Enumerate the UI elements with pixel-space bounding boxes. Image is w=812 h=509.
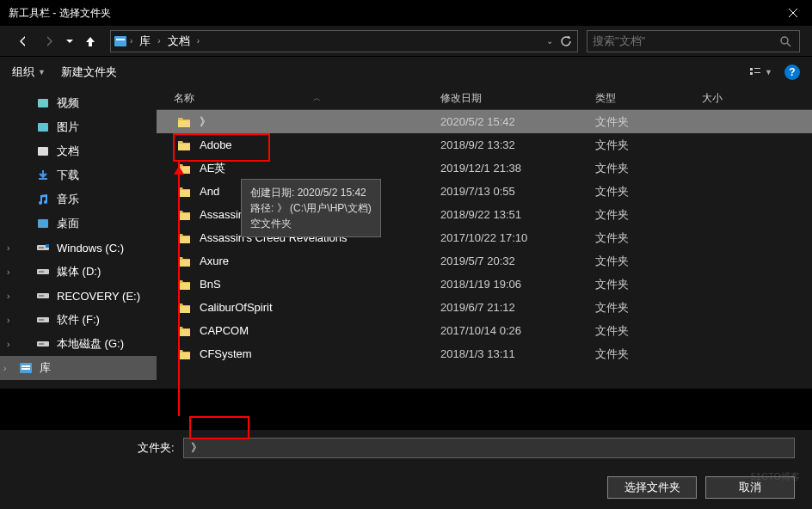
file-row[interactable]: BnS2018/1/19 19:06文件夹 (157, 273, 812, 296)
file-name: CAPCOM (200, 324, 249, 337)
search-input[interactable] (593, 34, 777, 47)
svg-rect-17 (39, 295, 44, 297)
file-date: 2018/1/19 19:06 (440, 278, 595, 291)
sidebar-item-label: 桌面 (57, 216, 79, 231)
sidebar-item[interactable]: 桌面 (0, 212, 157, 236)
sidebar-item[interactable]: ›本地磁盘 (G:) (0, 332, 157, 356)
file-type: 文件夹 (595, 323, 702, 339)
sidebar-item[interactable]: 视频 (0, 91, 157, 115)
svg-rect-13 (46, 244, 49, 248)
file-date: 2019/6/7 21:12 (440, 301, 595, 314)
svg-rect-7 (38, 99, 48, 107)
sidebar-item-label: 本地磁盘 (G:) (57, 336, 124, 352)
search-icon[interactable] (777, 35, 794, 47)
svg-rect-5 (750, 72, 753, 75)
file-type: 文件夹 (595, 254, 702, 269)
sidebar-item[interactable]: ›Windows (C:) (0, 236, 157, 260)
folder-icon (177, 279, 191, 291)
file-date: 2017/10/22 17:10 (440, 231, 595, 244)
file-name: Axure (200, 254, 229, 267)
view-options[interactable]: ▼ (748, 65, 772, 79)
file-list: 》2020/5/2 15:42文件夹Adobe2018/9/2 13:32文件夹… (157, 110, 812, 365)
column-header-name[interactable]: 名称︿ (157, 91, 440, 106)
sidebar: 视频图片文档下载音乐桌面›Windows (C:)›媒体 (D:)›RECOVE… (0, 88, 157, 389)
svg-rect-4 (754, 68, 760, 69)
file-row[interactable]: Adobe2018/9/2 13:32文件夹 (157, 133, 812, 156)
chevron-right-icon: › (197, 36, 200, 46)
file-type: 文件夹 (595, 300, 702, 316)
folder-icon (177, 163, 191, 175)
file-type: 文件夹 (595, 184, 702, 199)
folder-icon (177, 139, 191, 151)
sidebar-item-label: 图片 (57, 120, 79, 135)
file-type: 文件夹 (595, 346, 702, 362)
svg-rect-1 (116, 39, 125, 40)
sidebar-item[interactable]: ›媒体 (D:) (0, 260, 157, 284)
folder-icon (177, 232, 191, 244)
file-row[interactable]: 》2020/5/2 15:42文件夹 (157, 110, 812, 133)
folder-icon (177, 348, 191, 360)
file-name: And (200, 185, 219, 198)
file-type: 文件夹 (595, 114, 702, 130)
nav-forward[interactable] (38, 30, 60, 52)
close-button[interactable] (783, 3, 803, 23)
file-type: 文件夹 (595, 207, 702, 223)
sidebar-item[interactable]: 文档 (0, 139, 157, 163)
sidebar-item-label: 软件 (F:) (57, 312, 100, 328)
help-button[interactable]: ? (784, 64, 800, 80)
file-date: 2018/9/2 13:32 (440, 138, 595, 151)
column-header-date[interactable]: 修改日期 (440, 91, 595, 106)
breadcrumb-seg-documents[interactable]: 文档 (161, 34, 197, 49)
sidebar-item[interactable]: 下载 (0, 163, 157, 187)
file-type: 文件夹 (595, 277, 702, 292)
nav-back[interactable] (12, 30, 34, 52)
file-row[interactable]: CFSystem2018/1/3 13:11文件夹 (157, 342, 812, 365)
sidebar-item-label: 文档 (57, 144, 79, 159)
sidebar-item[interactable]: 图片 (0, 115, 157, 139)
file-name: CaliburOfSpirit (200, 301, 273, 314)
file-row[interactable]: CAPCOM2017/10/14 0:26文件夹 (157, 319, 812, 342)
search-box[interactable] (587, 30, 800, 52)
folder-input[interactable] (183, 438, 795, 458)
tooltip: 创建日期: 2020/5/2 15:42 路径: 》 (C:\用户\HP\文档)… (241, 179, 381, 237)
sidebar-item[interactable]: ›库 (0, 356, 157, 380)
sidebar-item[interactable]: ›软件 (F:) (0, 308, 157, 332)
refresh-icon[interactable] (560, 35, 572, 47)
sidebar-item-label: 媒体 (D:) (57, 264, 101, 279)
column-header-size[interactable]: 大小 (702, 91, 812, 106)
svg-rect-24 (22, 368, 30, 370)
sidebar-item[interactable]: 音乐 (0, 187, 157, 212)
breadcrumb-seg-library[interactable]: 库 (132, 34, 157, 49)
sidebar-item[interactable]: ›RECOVERY (E:) (0, 284, 157, 308)
file-type: 文件夹 (595, 138, 702, 153)
svg-rect-19 (39, 319, 44, 321)
svg-rect-10 (38, 219, 48, 228)
watermark: 51CTO博客 (751, 470, 800, 483)
breadcrumb[interactable]: › 库 › 文档 › ⌄ (110, 30, 578, 52)
folder-label: 文件夹: (138, 440, 175, 456)
svg-point-2 (781, 37, 788, 44)
chevron-right-icon: › (7, 291, 9, 301)
file-date: 2019/12/1 21:38 (440, 162, 595, 175)
new-folder-button[interactable]: 新建文件夹 (61, 64, 117, 80)
chevron-right-icon: › (7, 340, 9, 349)
chevron-down-icon[interactable]: ⌄ (546, 36, 553, 46)
chevron-right-icon: › (7, 243, 9, 253)
file-row[interactable]: AE英2019/12/1 21:38文件夹 (157, 156, 812, 180)
view-icon (748, 65, 762, 79)
file-date: 2019/7/13 0:55 (440, 185, 595, 198)
svg-rect-23 (22, 365, 30, 367)
svg-rect-6 (754, 72, 760, 73)
organize-button[interactable]: 组织▼ (12, 64, 46, 80)
folder-icon (177, 325, 191, 337)
file-name: Adobe (200, 138, 232, 151)
folder-icon (177, 302, 191, 314)
svg-rect-8 (38, 123, 48, 132)
file-name: CFSystem (200, 347, 252, 360)
select-folder-button[interactable]: 选择文件夹 (607, 476, 697, 499)
column-header-type[interactable]: 类型 (595, 91, 702, 106)
file-row[interactable]: CaliburOfSpirit2019/6/7 21:12文件夹 (157, 296, 812, 319)
file-row[interactable]: Axure2019/5/7 20:32文件夹 (157, 249, 812, 273)
nav-up[interactable] (79, 30, 102, 52)
nav-recent[interactable] (64, 30, 76, 52)
